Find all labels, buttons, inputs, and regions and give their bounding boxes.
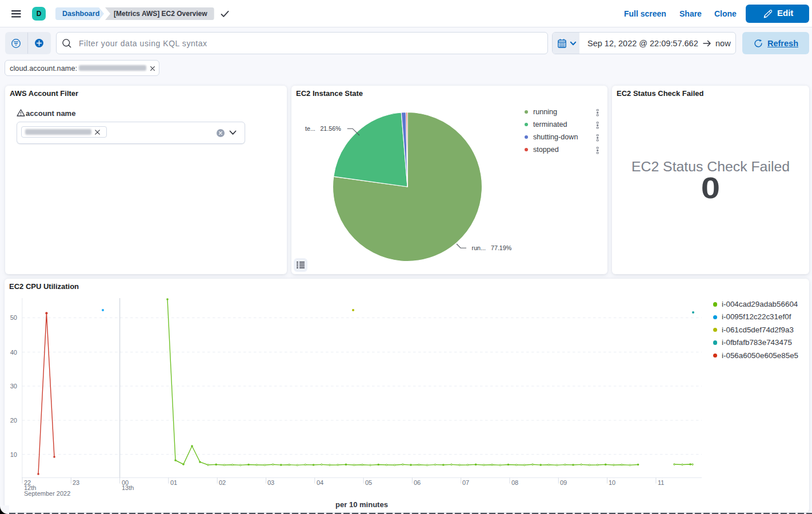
svg-text:09: 09 <box>560 479 567 486</box>
svg-text:23: 23 <box>73 479 79 486</box>
svg-text:05: 05 <box>365 479 372 486</box>
svg-text:11: 11 <box>658 479 664 486</box>
svg-text:21.56%: 21.56% <box>320 125 341 132</box>
svg-text:03: 03 <box>267 479 274 486</box>
svg-text:08: 08 <box>511 479 518 486</box>
svg-text:77.19%: 77.19% <box>491 244 512 251</box>
svg-text:10: 10 <box>10 451 17 458</box>
svg-text:13th: 13th <box>122 484 134 491</box>
svg-text:06: 06 <box>414 479 421 486</box>
svg-text:run...: run... <box>472 244 486 251</box>
svg-text:20: 20 <box>10 417 17 424</box>
svg-text:40: 40 <box>10 349 17 356</box>
svg-text:07: 07 <box>462 479 469 486</box>
svg-text:September 2022: September 2022 <box>24 490 70 497</box>
svg-text:te...: te... <box>305 125 315 132</box>
svg-text:04: 04 <box>317 479 323 486</box>
svg-text:30: 30 <box>10 383 17 389</box>
svg-text:10: 10 <box>609 479 615 486</box>
svg-text:50: 50 <box>10 314 17 321</box>
svg-text:02: 02 <box>219 479 226 486</box>
svg-text:01: 01 <box>170 479 177 486</box>
